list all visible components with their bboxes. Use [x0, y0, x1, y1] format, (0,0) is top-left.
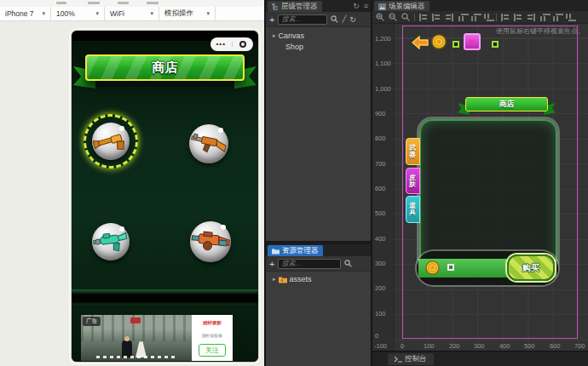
more-icon[interactable]: ••• — [210, 42, 233, 47]
scene-viewport[interactable]: 使用鼠标右键平移视窗焦点。 ♥ 商店 武器 皮肤 道具 购买 — [372, 24, 588, 351]
console-title: 控制台 — [405, 354, 427, 364]
ad-tag: 广告 — [83, 317, 101, 326]
price-label-placeholder — [447, 264, 454, 271]
tab-items[interactable]: 道具 — [406, 196, 420, 223]
network-dropdown[interactable]: WiFi ▾ — [105, 7, 159, 20]
weapon-machinegun-icon — [191, 229, 230, 254]
scene-editor-panel: 场景编辑器 使用鼠标右键平移视窗焦点。 — [371, 0, 588, 366]
assets-search-input[interactable] — [278, 259, 341, 269]
tree-node-shop[interactable]: Shop — [285, 43, 303, 51]
hierarchy-icon — [272, 3, 279, 10]
toolbar-separator — [414, 14, 415, 21]
ruler-label: 0 — [401, 342, 404, 350]
ad-banner[interactable]: 广告 婚纱摄影 婚纱摄影像 关注 — [81, 315, 233, 361]
align-bottom-icon[interactable] — [483, 14, 492, 21]
device-dropdown[interactable]: iPhone 7 ▾ — [0, 7, 51, 20]
tab-weapons[interactable]: 武器 — [406, 138, 420, 165]
ad-info-panel: 婚纱摄影 婚纱摄影像 关注 — [192, 315, 233, 361]
heart-sprite[interactable]: ♥ — [464, 33, 481, 50]
tree-node-canvas[interactable]: ▸ Canvas — [273, 31, 304, 40]
follow-button[interactable]: 关注 — [199, 344, 226, 357]
phone-screen: 商店 — [72, 31, 258, 362]
ruler-label: 700 — [574, 342, 585, 350]
distribute-v-icon[interactable] — [552, 14, 561, 21]
weapon-slot-machinegun[interactable] — [190, 221, 231, 262]
middle-panel-column: 层级管理器 ↻ ≡ + ╱ ↻ ▸ Canvas Shop — [264, 0, 371, 366]
assets-tabbar: 资源管理器 ↻ ≡ — [266, 244, 371, 256]
console-icon — [395, 356, 402, 363]
chevron-down-icon: ▾ — [35, 10, 45, 17]
network-dropdown-value: WiFi — [110, 9, 124, 18]
distribute-bottom-icon[interactable] — [565, 14, 574, 21]
clipped-text-fragment — [118, 2, 129, 4]
scene-tabbar: 场景编辑器 — [372, 0, 588, 12]
scene-title: 场景编辑器 — [389, 2, 425, 12]
distribute-right-icon[interactable] — [527, 14, 535, 21]
search-icon[interactable] — [331, 15, 338, 23]
align-v-center-icon[interactable] — [470, 14, 479, 21]
hierarchy-search-input[interactable] — [278, 14, 327, 25]
ruler-label: 1,000 — [375, 85, 391, 93]
clipped-text-fragment — [147, 2, 159, 4]
weapon-slot-raygun[interactable] — [92, 223, 130, 260]
add-node-button[interactable]: + — [269, 15, 274, 24]
add-asset-button[interactable]: + — [269, 260, 274, 268]
align-h-center-icon[interactable] — [432, 14, 441, 21]
panel-menu-icon[interactable]: ≡ — [364, 1, 368, 11]
ruler-label: 600 — [375, 185, 386, 192]
ruler-label: 400 — [375, 235, 386, 243]
label-placeholder-sprite[interactable] — [492, 41, 499, 48]
weapon-slot-rifle[interactable] — [189, 124, 228, 163]
heart-icon: ♥ — [469, 37, 475, 47]
sync-icon[interactable]: ↻ — [349, 15, 356, 24]
ad-photo-sign — [130, 317, 141, 323]
tab-console[interactable]: 控制台 — [388, 353, 434, 365]
align-left-icon[interactable] — [419, 14, 428, 21]
distribute-top-icon[interactable] — [539, 14, 548, 21]
ad-photo-caption — [96, 356, 176, 358]
exit-icon[interactable] — [233, 41, 254, 48]
label-placeholder-sprite[interactable] — [453, 41, 459, 48]
align-top-icon[interactable] — [458, 14, 466, 21]
expand-arrow-icon[interactable]: ▸ — [273, 32, 276, 39]
ruler-label: 800 — [375, 134, 386, 142]
scene-shop-ribbon[interactable]: 商店 — [458, 96, 556, 117]
search-icon[interactable] — [344, 260, 352, 267]
ide-window: iPhone 7 ▾ 100% ▾ WiFi ▾ 模拟操作 ▾ 商店 — [0, 0, 588, 366]
expand-arrow-icon[interactable]: ▸ — [273, 276, 276, 283]
ruler-label: 100 — [375, 310, 386, 317]
zoom-reset-icon[interactable] — [401, 13, 410, 21]
ruler-label: 200 — [449, 342, 460, 350]
clipped-text-fragment — [56, 2, 66, 4]
ad-photo-groom — [122, 340, 132, 357]
buy-bar[interactable]: 购买 — [417, 251, 558, 285]
scene-icon — [378, 3, 386, 10]
tree-node-label: Shop — [285, 43, 303, 51]
align-right-icon[interactable] — [445, 14, 453, 21]
link-line-icon[interactable]: ╱ — [342, 15, 346, 23]
distribute-h-icon[interactable] — [514, 14, 522, 21]
ruler-label: 0 — [375, 332, 378, 340]
ruler-label: 300 — [474, 342, 485, 350]
ruler-label: 1,200 — [375, 35, 391, 43]
tab-skins[interactable]: 皮肤 — [406, 168, 420, 194]
tree-node-assets[interactable]: ▸ assets — [273, 275, 312, 283]
clipped-text-fragment — [88, 2, 100, 4]
coin-icon — [425, 260, 440, 275]
action-dropdown[interactable]: 模拟操作 ▾ — [159, 7, 216, 20]
zoom-in-icon[interactable] — [376, 13, 384, 21]
distribute-left-icon[interactable] — [501, 14, 510, 21]
console-bar: 控制台 — [372, 351, 588, 366]
coin-sprite[interactable] — [431, 34, 447, 49]
ruler-label: 900 — [375, 110, 386, 117]
zoom-out-icon[interactable] — [389, 13, 397, 21]
tab-assets[interactable]: 资源管理器 — [268, 245, 323, 256]
zoom-dropdown[interactable]: 100% ▾ — [51, 7, 105, 20]
back-arrow-sprite[interactable] — [412, 36, 429, 49]
tab-hierarchy[interactable]: 层级管理器 — [268, 1, 322, 12]
panel-refresh-icon[interactable]: ↻ — [353, 1, 360, 11]
weapon-slot-pistol[interactable] — [92, 123, 130, 160]
ruler-label: 200 — [375, 284, 386, 292]
buy-button[interactable]: 购买 — [507, 254, 555, 281]
shop-glass-panel[interactable] — [419, 119, 557, 272]
